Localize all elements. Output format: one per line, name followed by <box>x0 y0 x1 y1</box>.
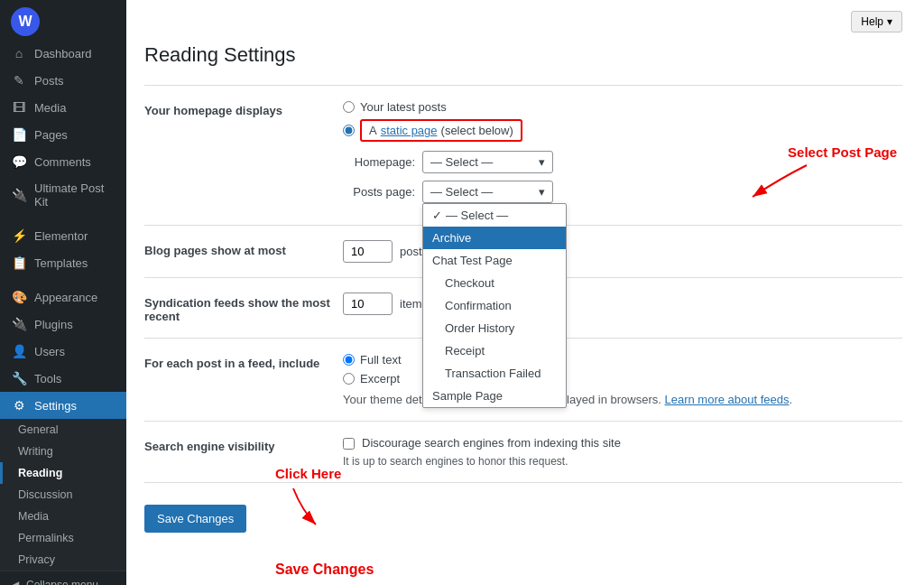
search-engine-note: It is up to search engines to honor this… <box>343 455 902 468</box>
posts-icon: ✎ <box>11 73 27 88</box>
syndication-input[interactable] <box>343 292 393 315</box>
sidebar-sub-media-sub[interactable]: Media <box>0 506 126 527</box>
syndication-label: Syndication feeds show the most recent <box>144 292 343 323</box>
dropdown-item-transaction-failed[interactable]: Transaction Failed <box>423 362 566 385</box>
chevron-down-icon-homepage: ▾ <box>539 155 545 169</box>
radio-static-page-input[interactable] <box>343 125 355 136</box>
sidebar-item-comments[interactable]: 💬 Comments <box>0 148 126 175</box>
homepage-radio-group: Your latest posts A static page (select … <box>343 100 902 142</box>
feed-include-label: For each post in a feed, include <box>144 353 343 370</box>
appearance-icon: 🎨 <box>11 290 27 304</box>
sidebar-item-elementor[interactable]: ⚡ Elementor <box>0 222 126 249</box>
sidebar-item-users[interactable]: 👤 Users <box>0 338 126 365</box>
chevron-down-icon-posts: ▾ <box>539 185 545 199</box>
dropdown-item-receipt[interactable]: Receipt <box>423 339 566 362</box>
save-changes-annotation: Save Changes <box>275 562 374 578</box>
help-button[interactable]: Help ▾ <box>851 11 902 32</box>
posts-page-dropdown-container: — Select — ▾ ✓ — Select — Archive <box>422 181 553 203</box>
sidebar-header: W <box>0 0 126 40</box>
comments-icon: 💬 <box>11 154 27 169</box>
main-content: Help ▾ Reading Settings Your homepage di… <box>126 0 924 585</box>
media-icon: 🎞 <box>11 100 27 115</box>
feed-radio-full-input[interactable] <box>343 354 355 366</box>
radio-latest-posts-label: Your latest posts <box>360 100 447 114</box>
collapse-icon: ◀ <box>11 579 19 585</box>
search-engine-checkbox-row: Discourage search engines from indexing … <box>343 436 902 450</box>
elementor-icon: ⚡ <box>11 228 27 243</box>
sidebar-item-posts[interactable]: ✎ Posts <box>0 67 126 94</box>
check-icon: ✓ <box>432 209 442 222</box>
sidebar-sub-privacy[interactable]: Privacy <box>0 549 126 571</box>
dropdown-item-checkout[interactable]: Checkout <box>423 272 566 294</box>
sidebar-item-media[interactable]: 🎞 Media <box>0 94 126 121</box>
posts-page-label: Posts page: <box>343 185 415 199</box>
sidebar-sub-discussion[interactable]: Discussion <box>0 484 126 506</box>
sidebar-item-ultimate-post-kit[interactable]: 🔌 Ultimate Post Kit <box>0 175 126 215</box>
settings-submenu: General Writing Reading Discussion Media… <box>0 419 126 571</box>
dropdown-item-select-default[interactable]: ✓ — Select — <box>423 204 566 227</box>
feed-radio-full-label: Full text <box>360 353 402 367</box>
sidebar-item-dashboard[interactable]: ⌂ Dashboard <box>0 40 126 67</box>
dropdown-item-sample-page[interactable]: Sample Page <box>423 385 566 407</box>
homepage-select-label: Homepage: <box>343 155 415 169</box>
learn-feeds-link[interactable]: Learn more about feeds <box>665 393 790 406</box>
sidebar-item-templates[interactable]: 📋 Templates <box>0 249 126 276</box>
homepage-select-row: Homepage: — Select — ▾ <box>343 151 902 173</box>
sidebar-item-appearance[interactable]: 🎨 Appearance <box>0 283 126 311</box>
homepage-displays-control: Your latest posts A static page (select … <box>343 100 902 210</box>
dropdown-item-order-history[interactable]: Order History <box>423 317 566 339</box>
dropdown-item-archive[interactable]: Archive <box>423 227 566 249</box>
sidebar-item-pages[interactable]: 📄 Pages <box>0 121 126 148</box>
homepage-select[interactable]: — Select — ▾ <box>422 151 553 173</box>
radio-latest-posts-input[interactable] <box>343 101 355 113</box>
click-here-annotation: Click Here <box>275 466 341 481</box>
posts-page-select-row: Posts page: — Select — ▾ ✓ — Select — Ar… <box>343 181 902 203</box>
settings-icon: ⚙ <box>11 398 27 413</box>
sidebar: W ⌂ Dashboard ✎ Posts 🎞 Media 📄 Pages 💬 … <box>0 0 126 585</box>
save-changes-button[interactable]: Save Changes <box>144 505 246 533</box>
search-engine-label: Search engine visibility <box>144 436 343 453</box>
tools-icon: 🔧 <box>11 371 27 385</box>
plugins-icon: 🔌 <box>11 317 27 331</box>
sidebar-item-settings[interactable]: ⚙ Settings <box>0 392 126 419</box>
pages-icon: 📄 <box>11 127 27 142</box>
search-engine-control: Discourage search engines from indexing … <box>343 436 902 468</box>
sidebar-sub-writing[interactable]: Writing <box>0 441 126 462</box>
sidebar-sub-permalinks[interactable]: Permalinks <box>0 527 126 549</box>
sidebar-item-plugins[interactable]: 🔌 Plugins <box>0 311 126 338</box>
homepage-displays-row: Your homepage displays Your latest posts… <box>144 100 902 210</box>
users-icon: 👤 <box>11 344 27 358</box>
homepage-displays-label: Your homepage displays <box>144 100 343 117</box>
radio-static-page: A static page (select below) <box>343 119 902 142</box>
radio-latest-posts: Your latest posts <box>343 100 902 114</box>
page-title: Reading Settings <box>144 43 902 67</box>
feed-radio-excerpt-input[interactable] <box>343 373 355 385</box>
posts-page-dropdown-menu: ✓ — Select — Archive Chat Test Page Chec… <box>422 203 567 408</box>
upk-icon: 🔌 <box>11 188 27 202</box>
dropdown-item-chat-test-page[interactable]: Chat Test Page <box>423 249 566 272</box>
static-page-box: A static page (select below) <box>360 119 522 142</box>
blog-pages-label: Blog pages show at most <box>144 240 343 257</box>
collapse-menu-btn[interactable]: ◀ Collapse menu <box>0 571 126 585</box>
search-engine-checkbox[interactable] <box>343 438 355 450</box>
blog-pages-input[interactable] <box>343 240 393 263</box>
dashboard-icon: ⌂ <box>11 46 27 60</box>
wp-logo: W <box>11 7 40 36</box>
chevron-down-icon: ▾ <box>887 15 892 28</box>
dropdown-item-confirmation[interactable]: Confirmation <box>423 294 566 317</box>
search-engine-checkbox-label: Discourage search engines from indexing … <box>362 436 621 450</box>
save-row: Save Changes <box>144 497 902 533</box>
posts-page-select[interactable]: — Select — ▾ <box>422 181 553 203</box>
sidebar-sub-general[interactable]: General <box>0 419 126 441</box>
static-page-link[interactable]: static page <box>381 124 438 137</box>
sidebar-item-tools[interactable]: 🔧 Tools <box>0 365 126 392</box>
sidebar-sub-reading[interactable]: Reading <box>0 462 126 484</box>
search-engine-row: Search engine visibility Discourage sear… <box>144 436 902 468</box>
feed-radio-excerpt-label: Excerpt <box>360 372 400 385</box>
templates-icon: 📋 <box>11 255 27 270</box>
